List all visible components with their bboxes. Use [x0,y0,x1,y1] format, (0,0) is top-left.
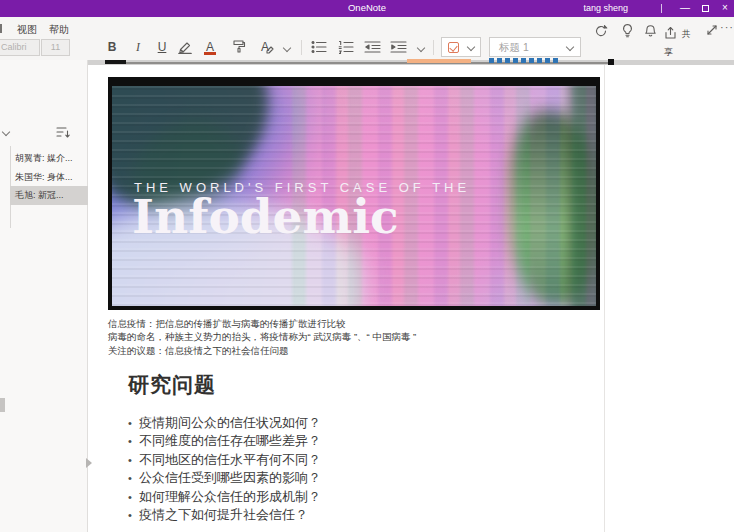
clipped-link-text [489,58,559,63]
increase-indent-icon[interactable] [390,40,407,54]
menu-help[interactable]: 帮助 [49,23,69,37]
font-group-chevron-icon[interactable] [283,44,291,52]
fullscreen-icon[interactable] [706,24,718,36]
clear-formatting-button[interactable]: A [256,38,274,56]
lightbulb-icon[interactable] [621,23,634,38]
title-bar: OneNote tang sheng — × [0,0,734,17]
image-notes: 信息疫情：把信息的传播扩散与病毒的传播扩散进行比较 病毒的命名，种族主义势力的抬… [108,317,588,357]
bullet-icon: • [128,488,139,506]
bullet-icon: • [128,414,139,432]
style-dropdown[interactable]: 标题 1 [489,37,581,57]
ribbon: 视图 帮助 共享 ··· Calibri 11 B I U [0,17,734,60]
bullet-icon: • [128,451,139,469]
decrease-indent-icon[interactable] [364,40,381,54]
font-name-box[interactable]: Calibri [0,39,40,56]
tag-dropdown[interactable] [441,37,481,57]
sync-icon[interactable] [594,24,608,38]
list-item: •如何理解公众信任的形成机制？ [128,488,548,506]
todo-checkbox-icon [448,42,459,53]
italic-button[interactable]: I [129,38,147,56]
page-list-item-selected[interactable]: 毛旭: 新冠... [10,186,88,205]
resize-handle[interactable] [608,59,614,65]
bell-icon[interactable] [644,24,657,38]
sidebar-scroll-thumb[interactable] [0,398,5,412]
image-title-text: Infodemic [132,189,399,244]
underline-button[interactable]: U [153,38,171,56]
ribbon-divider [433,40,434,55]
page-list-item[interactable]: 胡翼青: 媒介... [10,149,88,168]
research-question-list: •疫情期间公众的信任状况如何？ •不同维度的信任存在哪些差异？ •不同地区的信任… [128,414,548,524]
partial-menu-item [0,24,2,33]
sort-icon[interactable] [56,126,70,139]
section-heading: 研究问题 [128,371,216,399]
note-line: 病毒的命名，种族主义势力的抬头，将疫情称为“ 武汉病毒 ”、“ 中国病毒 ” [108,330,588,343]
restore-button[interactable] [696,0,714,17]
notebook-chevron-icon[interactable] [2,128,10,136]
style-selected-label: 标题 1 [499,41,529,55]
page-list-item[interactable]: 朱国华: 身体... [10,168,88,187]
note-line: 信息疫情：把信息的传播扩散与病毒的传播扩散进行比较 [108,317,588,330]
eraser-icon [266,46,274,54]
user-name[interactable]: tang sheng [583,3,628,13]
list-item: •不同维度的信任存在哪些差异？ [128,432,548,450]
collapse-arrow-icon[interactable] [86,458,92,468]
more-options-button[interactable]: ··· [720,21,734,33]
bullet-icon: • [128,432,139,450]
infodemic-image[interactable]: THE WORLD'S FIRST CASE OF THE Infodemic [108,77,600,310]
bullet-list-icon[interactable] [311,40,328,54]
onenote-window: OneNote tang sheng — × 视图 帮助 共享 ··· [0,0,734,532]
font-color-button[interactable]: A [201,38,219,56]
page-list-panel: 胡翼青: 媒介... 朱国华: 身体... 毛旭: 新冠... [0,60,88,532]
menu-view[interactable]: 视图 [17,23,37,37]
ribbon-divider [301,40,302,55]
list-item: •疫情期间公众的信任状况如何？ [128,414,548,432]
list-item: •疫情之下如何提升社会信任？ [128,506,548,524]
share-button[interactable]: 共享 [664,23,698,39]
share-icon [664,26,677,40]
font-color-swatch [204,52,216,55]
paragraph-group-chevron-icon[interactable] [417,44,425,52]
bullet-icon: • [128,506,139,524]
highlighter-icon[interactable] [177,40,193,54]
note-line: 关注的议题：信息疫情之下的社会信任问题 [108,344,588,357]
page-margin-divider [604,65,605,532]
format-painter-icon[interactable] [231,39,246,54]
bold-button[interactable]: B [103,38,121,56]
titlebar-divider [661,4,662,13]
minimize-button[interactable]: — [676,0,694,17]
tag-chevron-icon [467,43,475,51]
hscroll-thumb[interactable] [105,60,126,64]
bullet-icon: • [128,469,139,487]
numbered-list-icon[interactable] [338,40,355,54]
highlight-sliver [407,59,471,63]
close-button[interactable]: × [716,0,734,17]
list-item: •公众信任受到哪些因素的影响？ [128,469,548,487]
list-item: •不同地区的信任水平有何不同？ [128,451,548,469]
restore-icon [702,5,709,12]
style-chevron-icon [566,43,574,51]
font-size-box[interactable]: 11 [41,39,70,56]
